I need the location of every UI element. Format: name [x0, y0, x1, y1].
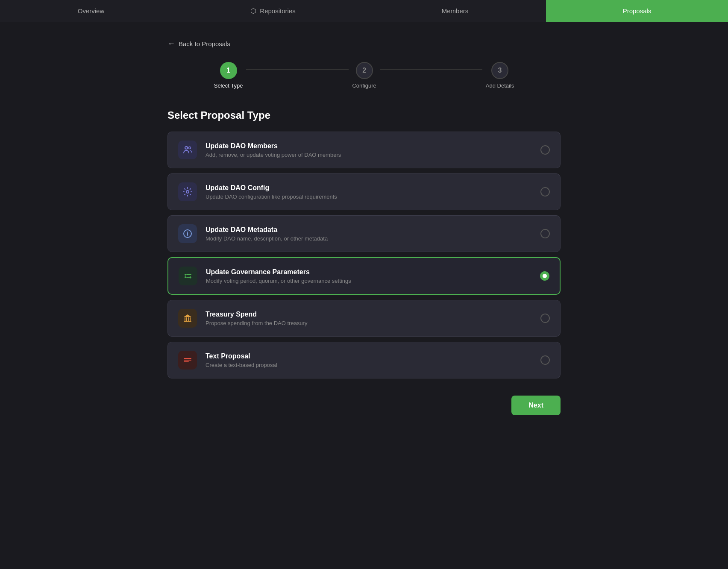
proposal-card-update-dao-metadata[interactable]: Update DAO Metadata Modify DAO name, des…: [167, 215, 561, 252]
back-link-label: Back to Proposals: [179, 40, 230, 47]
step-2: 2 Configure: [352, 62, 376, 89]
proposal-card-update-governance-parameters[interactable]: Update Governance Parameters Modify voti…: [167, 257, 561, 295]
config-radio[interactable]: [540, 187, 550, 197]
members-card-desc: Add, remove, or update voting power of D…: [205, 152, 532, 158]
config-card-desc: Update DAO configuration like proposal r…: [205, 194, 532, 200]
proposal-card-update-dao-config[interactable]: Update DAO Config Update DAO configurati…: [167, 173, 561, 210]
step-3-label: Add Details: [486, 82, 514, 89]
treasury-card-desc: Propose spending from the DAO treasury: [205, 320, 532, 326]
proposal-list: Update DAO Members Add, remove, or updat…: [167, 132, 561, 378]
back-arrow-icon: ←: [167, 39, 175, 48]
proposals-label: Proposals: [623, 7, 652, 15]
step-line-1-2: [246, 69, 349, 70]
metadata-card-desc: Modify DAO name, description, or other m…: [205, 235, 532, 242]
metadata-card-title: Update DAO Metadata: [205, 226, 532, 234]
nav-repositories[interactable]: ⬡ Repositories: [182, 0, 364, 22]
config-card-text: Update DAO Config Update DAO configurati…: [205, 184, 532, 200]
svg-rect-10: [184, 321, 191, 322]
text-proposal-icon: [178, 351, 197, 370]
overview-label: Overview: [78, 7, 105, 15]
step-line-2-3: [380, 69, 482, 70]
stepper: 1 Select Type 2 Configure 3 Add Details: [167, 62, 561, 89]
metadata-icon: [178, 224, 197, 243]
back-to-proposals-link[interactable]: ← Back to Proposals: [167, 39, 561, 48]
step-3-circle: 3: [491, 62, 508, 79]
text-card-desc: Create a text-based proposal: [205, 362, 532, 368]
step-1-circle: 1: [220, 62, 237, 79]
text-card-text: Text Proposal Create a text-based propos…: [205, 352, 532, 368]
governance-radio[interactable]: [540, 271, 549, 281]
nav-members[interactable]: Members: [364, 0, 546, 22]
proposal-card-update-dao-members[interactable]: Update DAO Members Add, remove, or updat…: [167, 132, 561, 168]
svg-rect-13: [188, 317, 189, 321]
config-icon: [178, 182, 197, 201]
svg-point-5: [185, 276, 186, 278]
step-2-label: Configure: [352, 82, 376, 89]
governance-icon: [179, 267, 197, 285]
proposal-card-treasury-spend[interactable]: Treasury Spend Propose spending from the…: [167, 300, 561, 337]
svg-rect-14: [190, 317, 191, 321]
section-title: Select Proposal Type: [167, 109, 561, 121]
svg-rect-11: [185, 317, 185, 321]
next-button[interactable]: Next: [511, 396, 561, 415]
svg-point-0: [185, 147, 188, 149]
text-card-title: Text Proposal: [205, 352, 532, 360]
nav-proposals[interactable]: Proposals: [546, 0, 728, 22]
members-icon: [178, 141, 197, 159]
step-1: 1 Select Type: [214, 62, 243, 89]
members-label: Members: [442, 7, 469, 15]
step-2-circle: 2: [356, 62, 373, 79]
treasury-radio[interactable]: [540, 314, 550, 323]
governance-card-desc: Modify voting period, quorum, or other g…: [206, 278, 531, 284]
proposal-card-text-proposal[interactable]: Text Proposal Create a text-based propos…: [167, 342, 561, 378]
svg-point-4: [185, 274, 186, 276]
governance-card-title: Update Governance Parameters: [206, 268, 531, 276]
top-nav: Overview ⬡ Repositories Members Proposal…: [0, 0, 728, 22]
treasury-icon: [178, 309, 197, 328]
nav-overview[interactable]: Overview: [0, 0, 182, 22]
treasury-card-text: Treasury Spend Propose spending from the…: [205, 311, 532, 326]
config-card-title: Update DAO Config: [205, 184, 532, 192]
members-card-title: Update DAO Members: [205, 142, 532, 150]
governance-card-text: Update Governance Parameters Modify voti…: [206, 268, 531, 284]
metadata-radio[interactable]: [540, 229, 550, 238]
members-radio[interactable]: [540, 145, 550, 155]
main-content: ← Back to Proposals 1 Select Type 2 Conf…: [159, 22, 569, 449]
repositories-label: Repositories: [260, 7, 295, 15]
text-radio[interactable]: [540, 355, 550, 365]
repositories-icon: ⬡: [250, 7, 256, 15]
svg-point-2: [186, 191, 189, 193]
treasury-card-title: Treasury Spend: [205, 311, 532, 318]
svg-point-1: [189, 147, 191, 149]
step-1-label: Select Type: [214, 82, 243, 89]
svg-rect-12: [186, 317, 187, 321]
step-3: 3 Add Details: [486, 62, 514, 89]
footer-actions: Next: [167, 396, 561, 415]
metadata-card-text: Update DAO Metadata Modify DAO name, des…: [205, 226, 532, 242]
members-card-text: Update DAO Members Add, remove, or updat…: [205, 142, 532, 158]
